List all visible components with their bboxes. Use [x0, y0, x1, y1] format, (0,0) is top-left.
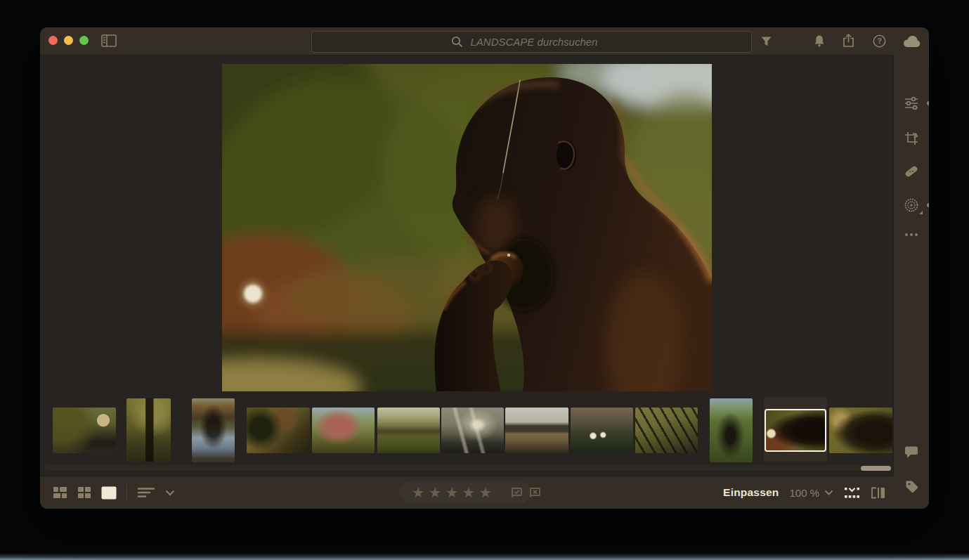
flag-reject-icon[interactable] — [528, 487, 541, 498]
toolbar-divider — [126, 485, 127, 500]
notifications-bell-icon[interactable] — [812, 34, 826, 48]
rate-review-pill: ★★★★★ — [399, 481, 531, 503]
search-icon — [451, 36, 463, 48]
star-1[interactable]: ★ — [412, 486, 424, 500]
zoom-window-button[interactable] — [79, 36, 89, 45]
cloud-sync-icon[interactable] — [902, 35, 921, 48]
edit-badge-dot — [927, 101, 929, 105]
sort-icon[interactable] — [137, 487, 155, 498]
filmstrip-scrollbar-handle[interactable] — [861, 466, 891, 471]
filmstrip-scrollbar-track[interactable] — [44, 465, 892, 471]
thumbnail-statue-closeup[interactable] — [829, 408, 892, 453]
thumbnail-pink-blossom-tree[interactable] — [312, 408, 375, 453]
star-4[interactable]: ★ — [462, 486, 475, 500]
thumbnail-fountain-jets[interactable] — [441, 408, 504, 453]
thumbnail-covered-bridge-canal[interactable] — [192, 398, 235, 462]
star-2[interactable]: ★ — [429, 486, 441, 500]
bottom-toolbar: ★★★★★ Einpassen — [40, 476, 894, 509]
comments-icon[interactable] — [902, 443, 921, 461]
help-icon[interactable]: ? — [872, 34, 886, 48]
edit-rail — [893, 55, 929, 509]
thumbnail-stairs-railing[interactable] — [635, 408, 698, 453]
compare-before-after-icon[interactable] — [871, 487, 885, 499]
more-tools-icon[interactable] — [902, 226, 921, 244]
thumbnail-gazebo-leaves[interactable] — [247, 408, 310, 453]
thumbnail-standing-statue[interactable] — [710, 398, 753, 462]
zoom-fit-label[interactable]: Einpassen — [723, 486, 779, 499]
star-rating[interactable]: ★★★★★ — [399, 486, 502, 500]
crop-rotate-icon[interactable] — [902, 129, 921, 148]
statue-photo-illustration — [222, 64, 712, 391]
sort-chevron-down-icon[interactable] — [165, 490, 175, 496]
flag-pick-icon[interactable] — [510, 487, 523, 498]
sidebar-toggle-icon[interactable] — [100, 34, 117, 48]
filter-icon[interactable] — [760, 35, 772, 47]
keywords-tag-icon[interactable] — [902, 477, 921, 495]
thumbnail-statue-with-apple[interactable] — [766, 410, 825, 450]
search-bar[interactable] — [311, 31, 752, 53]
edit-sliders-icon[interactable] — [902, 94, 921, 112]
photo-grid-view-button[interactable] — [53, 486, 67, 499]
thumbnail-park-monument[interactable] — [126, 398, 171, 462]
zoom-level-value: 100 % — [789, 487, 819, 499]
zoom-level-control[interactable]: 100 % — [789, 487, 833, 499]
thumbnail-swans-under-bridge[interactable] — [571, 408, 633, 453]
thumbnail-garden-pergola[interactable] — [377, 408, 440, 453]
thumbnail-mill-stream-houses[interactable] — [53, 408, 116, 453]
masking-badge-dot — [927, 203, 929, 207]
lightroom-window: ? — [40, 27, 929, 509]
star-5[interactable]: ★ — [479, 486, 492, 500]
close-button[interactable] — [48, 36, 58, 45]
filmstrip-toggle-icon[interactable] — [844, 487, 860, 499]
titlebar: ? — [40, 27, 929, 56]
minimize-button[interactable] — [64, 36, 73, 45]
star-3[interactable]: ★ — [446, 486, 458, 500]
masking-icon[interactable] — [902, 196, 921, 214]
masking-flyout-indicator — [919, 211, 923, 214]
desktop-edge — [0, 553, 969, 560]
thumbnail-river-bridge[interactable] — [505, 408, 568, 453]
zoom-chevron-down-icon — [824, 490, 833, 495]
detail-view-button[interactable] — [101, 486, 117, 500]
healing-brush-icon[interactable] — [902, 162, 921, 181]
square-grid-view-button[interactable] — [77, 486, 91, 499]
search-input[interactable] — [469, 35, 613, 48]
svg-text:?: ? — [877, 37, 882, 45]
main-photo[interactable] — [222, 64, 712, 391]
share-icon[interactable] — [841, 33, 855, 48]
